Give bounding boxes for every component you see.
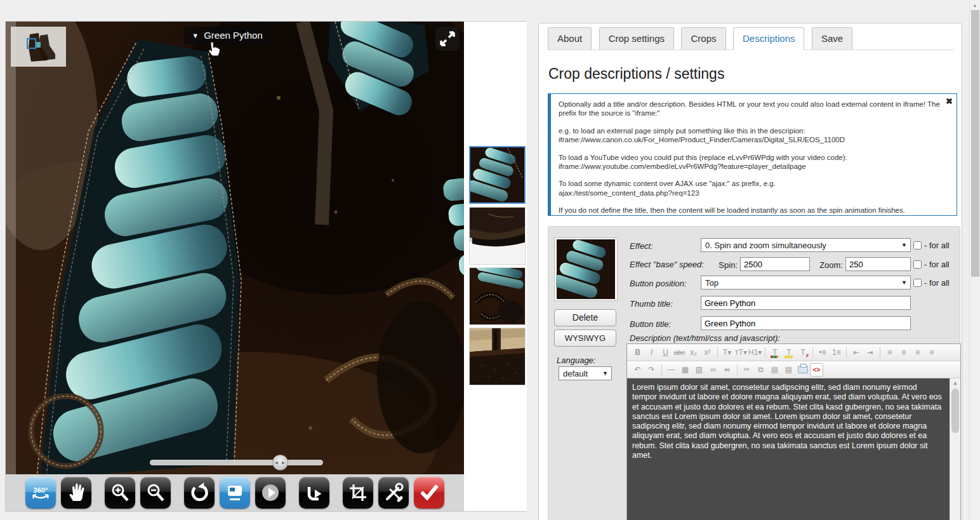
- bold-icon[interactable]: B: [631, 346, 644, 359]
- tab-crops[interactable]: Crops: [681, 27, 725, 50]
- remove-format-icon[interactable]: T: [796, 346, 809, 359]
- horizontal-rule-icon[interactable]: —: [665, 363, 678, 377]
- thumbnail-boot-toe[interactable]: [469, 207, 526, 265]
- font-family-icon[interactable]: T▾: [720, 346, 734, 359]
- align-right-icon[interactable]: ≡: [911, 346, 924, 359]
- insert-table-icon[interactable]: ▦: [679, 363, 692, 377]
- thumbnail-swirl-pattern[interactable]: [469, 267, 526, 325]
- scrollbar-thumb[interactable]: [951, 389, 959, 433]
- text-color-icon[interactable]: T: [768, 346, 781, 359]
- button-title-label: Button title:: [630, 319, 671, 329]
- tab-about[interactable]: About: [548, 27, 592, 50]
- cut-icon[interactable]: ✂: [740, 363, 753, 377]
- crop-title-dropdown[interactable]: ▼Green Python: [184, 27, 271, 44]
- editor-toolbar-row-2: ↶ ↷ — ▦ ▧ ∞ ∞ ✂ ⧉ ▤ ▤ <>: [627, 361, 960, 378]
- scroll-up-icon[interactable]: ▲: [972, 3, 977, 8]
- crop-button[interactable]: [343, 477, 373, 509]
- outdent-icon[interactable]: ⇤: [849, 346, 863, 359]
- wysiwyg-editor: B I U abc x₂ x² T▾ тT▾ H1▾ T T T •≡ 1≡ ⇤…: [626, 343, 961, 520]
- info-box: ✖ Optionally add a title and/or descript…: [548, 93, 957, 216]
- rotate-left-button[interactable]: [184, 477, 215, 509]
- language-select[interactable]: default ▼: [559, 366, 612, 380]
- tools-button[interactable]: [378, 477, 409, 509]
- effect-for-all-checkbox[interactable]: [913, 241, 922, 250]
- crop-title-text: Green Python: [204, 30, 263, 41]
- page-scrollbar[interactable]: ▲: [969, 0, 980, 520]
- zoom-out-button[interactable]: [140, 477, 171, 509]
- button-position-label: Button position:: [630, 279, 687, 288]
- insert-image-icon[interactable]: ▧: [692, 363, 706, 377]
- font-size-icon[interactable]: тT▾: [734, 346, 748, 359]
- heading-icon[interactable]: H1▾: [748, 346, 762, 359]
- align-justify-icon[interactable]: ≡: [925, 346, 938, 359]
- page-title: Crop descriptions / settings: [548, 65, 724, 83]
- undo-icon[interactable]: ↶: [631, 363, 644, 377]
- thumbnail-boot-interior[interactable]: [469, 328, 526, 385]
- tab-save[interactable]: Save: [812, 27, 852, 50]
- apply-check-button[interactable]: [414, 477, 444, 509]
- navigator-minimap[interactable]: [11, 27, 66, 67]
- info-paragraph: To load some dynamic content over AJAX u…: [559, 179, 941, 197]
- button-position-select[interactable]: Top ▼: [701, 276, 911, 290]
- page-scrollbar-thumb[interactable]: [971, 10, 979, 277]
- thumbnail-python-scales[interactable]: [469, 146, 526, 204]
- toolbar-separator: [812, 347, 813, 358]
- position-for-all-checkbox[interactable]: [913, 279, 922, 287]
- paste-text-icon[interactable]: ▤: [782, 363, 795, 377]
- align-center-icon[interactable]: ≡: [897, 346, 910, 359]
- effect-select[interactable]: 0. Spin and zoom simultaneously ▼: [701, 238, 911, 252]
- zoom-in-button[interactable]: [105, 477, 135, 509]
- scroll-up-icon[interactable]: ▲: [953, 380, 958, 387]
- underline-icon[interactable]: U: [659, 346, 672, 359]
- crop-preview-image: [554, 237, 618, 301]
- insert-link-icon[interactable]: ∞: [706, 363, 720, 377]
- close-icon[interactable]: ✖: [946, 97, 953, 106]
- align-left-icon[interactable]: ≡: [883, 346, 896, 359]
- spin-speed-input[interactable]: [740, 257, 810, 271]
- print-icon[interactable]: [796, 363, 809, 377]
- spin-360-button[interactable]: 360°: [25, 477, 56, 509]
- loop-button[interactable]: [299, 477, 329, 509]
- source-code-icon[interactable]: <>: [810, 363, 823, 377]
- button-position-value: Top: [705, 278, 718, 288]
- fit-screen-button[interactable]: [220, 477, 250, 509]
- italic-icon[interactable]: I: [645, 346, 658, 359]
- zoom-speed-input[interactable]: [845, 257, 911, 271]
- tab-crop-settings[interactable]: Crop settings: [599, 27, 674, 50]
- thumb-title-label: Thumb title:: [630, 299, 673, 309]
- highlight-color-icon[interactable]: T: [782, 346, 795, 359]
- pan-hand-button[interactable]: [61, 477, 91, 509]
- chevron-down-icon: ▼: [901, 279, 907, 286]
- tab-bar: About Crop settings Crops Descriptions S…: [548, 27, 954, 50]
- ordered-list-icon[interactable]: 1≡: [830, 346, 843, 359]
- indent-icon[interactable]: ⇥: [863, 346, 877, 359]
- wysiwyg-button[interactable]: WYSIWYG: [554, 330, 616, 347]
- strikethrough-icon[interactable]: abc: [673, 346, 686, 359]
- copy-icon[interactable]: ⧉: [754, 363, 767, 377]
- paste-icon[interactable]: ▤: [768, 363, 781, 377]
- toolbar-separator: [717, 347, 718, 358]
- info-paragraph: Optionally add a title and/or descriptio…: [559, 100, 941, 118]
- toolbar-separator: [880, 347, 880, 358]
- button-title-input[interactable]: [701, 316, 911, 330]
- slider-handle[interactable]: ◄ ►: [272, 455, 288, 470]
- remove-link-icon[interactable]: ∞: [720, 363, 734, 377]
- fullscreen-button[interactable]: [435, 27, 460, 51]
- play-button[interactable]: [255, 477, 286, 509]
- info-paragraph: If you do not define the title, then the…: [559, 206, 941, 215]
- svg-text:360°: 360°: [34, 486, 48, 494]
- superscript-icon[interactable]: x²: [701, 346, 714, 359]
- spin-viewer-image[interactable]: ▼Green Python ◄ ►: [6, 22, 464, 474]
- thumb-title-input[interactable]: [701, 296, 911, 310]
- chevron-down-icon: ▼: [192, 32, 199, 39]
- description-textarea[interactable]: Lorem ipsum dolor sit amet, consetetur s…: [627, 378, 960, 520]
- tab-descriptions[interactable]: Descriptions: [733, 27, 805, 50]
- speed-for-all-checkbox[interactable]: [913, 260, 922, 269]
- subscript-icon[interactable]: x₂: [687, 346, 700, 359]
- delete-button[interactable]: Delete: [554, 309, 616, 326]
- spin-position-slider[interactable]: ◄ ►: [150, 460, 323, 465]
- unordered-list-icon[interactable]: •≡: [816, 346, 829, 359]
- editor-scrollbar[interactable]: ▲: [950, 378, 960, 520]
- redo-icon[interactable]: ↷: [645, 363, 658, 377]
- boot-leather-photo: [6, 22, 464, 474]
